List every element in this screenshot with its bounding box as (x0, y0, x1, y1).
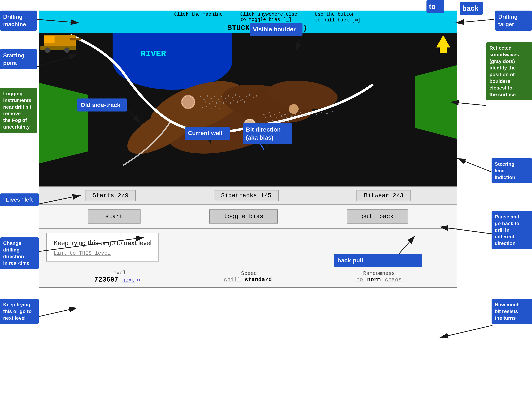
svg-point-33 (237, 101, 238, 103)
ann-bit-direction: Bit direction(aka bias) (243, 123, 292, 144)
svg-point-71 (64, 48, 69, 53)
svg-point-21 (249, 94, 250, 96)
svg-point-32 (233, 100, 234, 101)
svg-line-78 (456, 19, 494, 23)
ann-to: to (427, 0, 444, 13)
ann-change-direction: Changedrillingdirectionin real-time (0, 238, 39, 269)
toggle-bias-button[interactable]: toggle bias (209, 210, 278, 223)
svg-point-10 (210, 98, 212, 99)
settings-row: Level 723697 next ⏭ Speed chill standard… (39, 266, 457, 287)
randomness-norm[interactable]: norm (367, 277, 381, 283)
instr-use-button: Use the buttonto pull back [⌫] (315, 12, 360, 23)
pull-back-button[interactable]: pull back (347, 210, 408, 223)
svg-point-28 (219, 101, 220, 102)
svg-point-60 (291, 115, 293, 117)
next-link[interactable]: next (122, 277, 135, 283)
ann-pause-back: Pause andgo back todrill indifferentdire… (492, 211, 532, 249)
svg-point-16 (232, 97, 233, 98)
svg-point-41 (263, 114, 265, 115)
speed-standard[interactable]: standard (245, 277, 272, 283)
svg-point-47 (295, 114, 296, 115)
svg-point-8 (203, 99, 205, 100)
svg-point-55 (265, 117, 266, 118)
svg-point-56 (270, 115, 272, 117)
link-level[interactable]: Link to THIS level (54, 250, 152, 256)
svg-point-63 (267, 121, 268, 122)
control-panel: Starts 2/9 Sidetracks 1/5 Bitwear 2/3 st… (39, 186, 457, 288)
bitwear-stat: Bitwear 2/3 (356, 190, 411, 201)
sidetracks-stat: Sidetracks 1/5 (214, 190, 279, 201)
svg-rect-69 (70, 38, 81, 40)
starts-stat: Starts 2/9 (85, 190, 136, 201)
svg-line-89 (440, 325, 493, 338)
ann-steering: Steeringlimitindiction (492, 158, 532, 183)
ann-current-well: Current well (185, 127, 230, 140)
randomness-no[interactable]: no (356, 277, 363, 283)
svg-line-86 (39, 308, 77, 316)
randomness-chaos[interactable]: chaos (385, 277, 402, 283)
ann-visible-boulder: Visible boulder (250, 23, 303, 36)
svg-point-29 (223, 102, 224, 104)
ann-keep-trying: Keep tryingthis or go tonext level (0, 299, 39, 324)
svg-point-34 (240, 100, 241, 101)
svg-point-62 (302, 115, 303, 117)
speed-block: Speed chill standard (224, 270, 274, 283)
svg-point-30 (226, 101, 228, 102)
start-button[interactable]: start (88, 210, 141, 223)
svg-point-42 (268, 112, 270, 113)
ann-back: back (460, 2, 483, 15)
svg-point-23 (256, 95, 257, 96)
svg-point-53 (326, 113, 328, 114)
svg-point-39 (215, 106, 216, 107)
svg-point-13 (221, 96, 222, 97)
stats-bar: Starts 2/9 Sidetracks 1/5 Bitwear 2/3 (39, 187, 457, 205)
svg-point-43 (274, 114, 275, 115)
instruction-line1: Click the machine Click anywehere elseto… (174, 12, 361, 23)
svg-point-51 (316, 114, 317, 115)
svg-point-58 (281, 115, 282, 117)
svg-point-24 (205, 102, 206, 103)
ann-lives: "Lives" left (0, 193, 39, 206)
ann-back-pull: back pull (334, 254, 422, 267)
svg-point-50 (311, 112, 312, 113)
svg-point-7 (200, 96, 201, 97)
randomness-options: no norm chaos (356, 277, 402, 283)
svg-point-66 (283, 120, 284, 121)
keep-trying-text: Keep trying this or go to next level (54, 238, 152, 248)
speed-label: Speed (224, 270, 274, 277)
svg-point-18 (239, 96, 240, 97)
boulder1 (181, 95, 195, 109)
target-arrow (436, 35, 450, 53)
svg-point-70 (45, 48, 50, 53)
svg-point-27 (216, 102, 217, 104)
svg-point-37 (206, 106, 207, 107)
svg-point-45 (284, 114, 286, 115)
instr-click-machine: Click the machine (174, 12, 223, 23)
svg-point-14 (225, 98, 226, 99)
svg-point-38 (210, 108, 212, 109)
keep-trying-box: Keep trying this or go to next level Lin… (46, 233, 159, 261)
randomness-label: Randomness (356, 270, 402, 277)
svg-rect-72 (44, 36, 55, 43)
ann-drilling-machine: Drillingmachine (0, 10, 37, 31)
svg-point-12 (218, 99, 218, 100)
level-label: Level (94, 270, 142, 276)
svg-point-46 (290, 112, 291, 113)
instr-click-elsewhere: Click anywehere elseto toggle bias [_] (240, 12, 297, 23)
svg-point-25 (209, 103, 210, 105)
ann-bit-resists: How muchbit resiststhe turns (492, 299, 532, 324)
ann-old-sidetrack: Old side-track (77, 98, 127, 112)
svg-point-65 (277, 121, 279, 122)
svg-point-9 (207, 95, 208, 96)
ann-starting-point: Startingpoint (0, 49, 37, 69)
level-block: Level 723697 next ⏭ (94, 270, 142, 284)
svg-point-48 (300, 112, 301, 113)
speed-chill[interactable]: chill (224, 277, 241, 283)
svg-point-11 (214, 96, 215, 97)
level-value: 723697 (94, 276, 118, 284)
svg-point-54 (332, 111, 333, 112)
svg-point-44 (279, 112, 280, 113)
svg-point-52 (321, 112, 322, 113)
svg-point-19 (242, 99, 243, 100)
svg-point-31 (230, 102, 231, 104)
